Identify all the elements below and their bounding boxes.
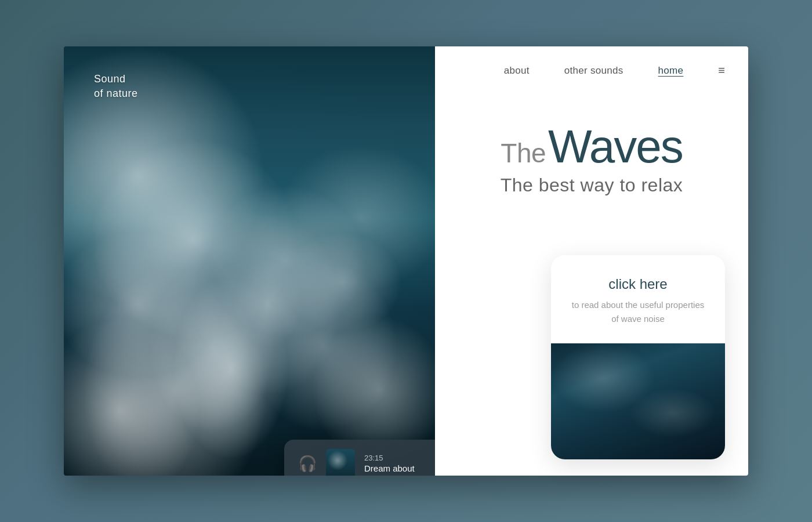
media-player: 🎧 23:15 Dream about ◀ ⏸ ▶ (284, 440, 435, 476)
card-description: to read about the useful properties of w… (567, 298, 709, 326)
brand-name: Sound of nature (94, 72, 138, 101)
title-waves: Waves (548, 124, 683, 170)
left-panel: Sound of nature 🎧 23:15 Dream about ◀ ⏸ … (64, 46, 435, 476)
track-name: Dream about (364, 463, 435, 473)
headphones-icon: 🎧 (298, 455, 317, 473)
info-card[interactable]: click here to read about the useful prop… (551, 255, 725, 459)
subtitle: The best way to relax (501, 175, 683, 196)
card-top: click here to read about the useful prop… (551, 255, 725, 343)
nav-about[interactable]: about (504, 65, 530, 77)
card-wave-image (551, 343, 725, 459)
track-info: 23:15 Dream about (364, 454, 435, 473)
track-time: 23:15 (364, 454, 435, 462)
page-background: Sound of nature 🎧 23:15 Dream about ◀ ⏸ … (0, 0, 812, 522)
nav-home[interactable]: home (658, 65, 684, 77)
right-panel: about other sounds home ≡ The Waves The … (435, 46, 748, 476)
hamburger-menu-icon[interactable]: ≡ (718, 64, 725, 77)
title-the: The (501, 140, 546, 166)
album-thumbnail (326, 449, 355, 476)
main-container: Sound of nature 🎧 23:15 Dream about ◀ ⏸ … (64, 46, 748, 476)
ocean-image (64, 46, 435, 476)
navigation: about other sounds home ≡ (435, 46, 748, 89)
nav-other-sounds[interactable]: other sounds (564, 65, 624, 77)
card-click-label: click here (567, 276, 709, 292)
title-container: The Waves (501, 124, 682, 170)
